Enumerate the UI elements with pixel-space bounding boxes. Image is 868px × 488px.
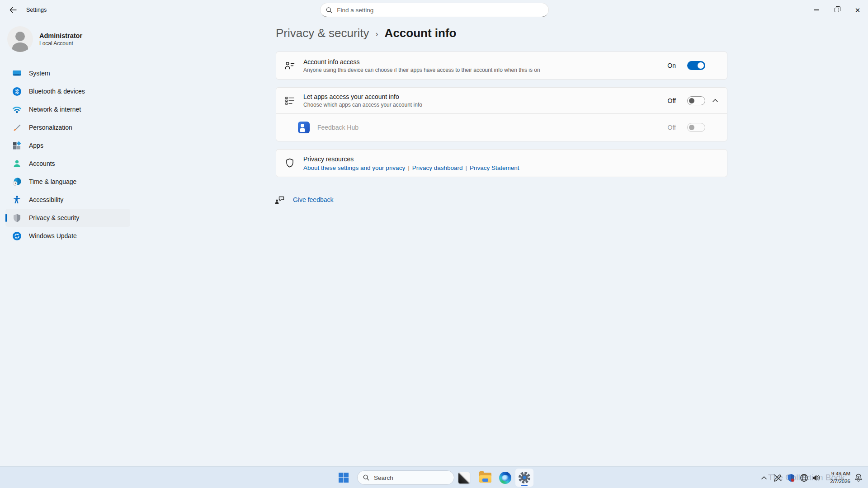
link-about-settings[interactable]: About these settings and your privacy: [303, 164, 405, 171]
close-button[interactable]: ✕: [847, 0, 868, 20]
setting-description: Anyone using this device can choose if t…: [303, 67, 667, 73]
restore-button[interactable]: [826, 0, 847, 20]
sidebar-item-label: Personalization: [29, 124, 72, 131]
bell-dnd-icon: [854, 473, 863, 482]
toggle-state-label: Off: [668, 97, 676, 104]
link-separator: |: [405, 164, 412, 171]
back-arrow-icon: [9, 7, 17, 13]
windows-update-icon: [12, 231, 22, 241]
personalization-icon: [12, 123, 22, 132]
sidebar-item-label: Time & language: [29, 178, 76, 185]
sidebar-item-bluetooth[interactable]: Bluetooth & devices: [5, 82, 130, 100]
start-button[interactable]: [335, 469, 353, 487]
chevron-up-icon: [761, 476, 767, 479]
accounts-icon: [12, 159, 22, 169]
sidebar-item-label: Bluetooth & devices: [29, 88, 85, 95]
feedback-hub-app-icon: [298, 122, 310, 133]
settings-cards: Account info access Anyone using this de…: [276, 52, 727, 177]
search-input[interactable]: [337, 7, 543, 14]
apps-icon: [12, 141, 22, 150]
minimize-button[interactable]: [806, 0, 826, 20]
back-button[interactable]: [5, 3, 21, 17]
privacy-resources-card: Privacy resources About these settings a…: [276, 149, 727, 177]
titlebar: Settings ✕: [0, 0, 868, 20]
taskbar: 9:49 AM 2/7/2026 The Collection Book: [0, 466, 868, 488]
user-name: Administrator: [39, 32, 82, 39]
let-apps-access-toggle[interactable]: [687, 96, 705, 105]
sidebar-item-accessibility[interactable]: Accessibility: [5, 191, 130, 209]
privacy-resources-row: Privacy resources About these settings a…: [276, 150, 727, 177]
give-feedback-label: Give feedback: [293, 196, 334, 203]
file-explorer-button[interactable]: [476, 469, 494, 487]
setting-description: Choose which apps can access your accoun…: [303, 102, 668, 108]
windows-logo-icon: [338, 472, 349, 483]
minimize-icon: [814, 9, 819, 10]
give-feedback-link[interactable]: Give feedback: [274, 195, 868, 205]
setting-title: Account info access: [303, 58, 667, 66]
taskbar-search-icon: [363, 474, 369, 481]
app-name: Feedback Hub: [317, 124, 668, 131]
system-icon: [12, 69, 22, 78]
avatar: [7, 26, 33, 52]
settings-gear-icon: [518, 471, 531, 484]
sidebar-item-network[interactable]: Network & internet: [5, 100, 130, 118]
link-privacy-statement[interactable]: Privacy Statement: [470, 164, 519, 171]
taskbar-app-button[interactable]: [455, 469, 473, 487]
user-account-type: Local Account: [39, 40, 82, 47]
let-apps-access-row[interactable]: Let apps access your account info Choose…: [276, 88, 727, 113]
account-info-access-toggle[interactable]: [687, 61, 705, 70]
bluetooth-icon: [12, 87, 22, 96]
taskbar-search[interactable]: [357, 470, 454, 485]
security-tray-button[interactable]: [785, 470, 797, 485]
file-explorer-icon: [479, 473, 491, 483]
find-setting-search[interactable]: [320, 3, 549, 17]
pen-disabled-button[interactable]: [771, 470, 784, 485]
network-tray-button[interactable]: [797, 470, 810, 485]
taskbar-clock[interactable]: 9:49 AM 2/7/2026: [830, 470, 850, 485]
sidebar-item-label: Network & internet: [29, 106, 81, 113]
breadcrumb-parent[interactable]: Privacy & security: [276, 26, 369, 40]
edge-icon: [499, 472, 511, 484]
account-access-icon: [284, 60, 295, 71]
restore-icon: [835, 8, 839, 12]
setting-title: Privacy resources: [303, 155, 725, 163]
notifications-button[interactable]: [852, 470, 865, 485]
collapse-expander[interactable]: [705, 88, 725, 113]
sidebar: Administrator Local Account System Bluet…: [0, 20, 136, 466]
user-account-card[interactable]: Administrator Local Account: [7, 26, 82, 52]
main-content: Privacy & security › Account info Accoun…: [276, 20, 868, 466]
chevron-up-icon: [712, 99, 718, 102]
sidebar-item-accounts[interactable]: Accounts: [5, 155, 130, 173]
link-separator: |: [462, 164, 470, 171]
wifi-icon: [12, 105, 22, 114]
accessibility-icon: [12, 195, 22, 205]
settings-app-button[interactable]: [515, 469, 533, 487]
page-title: Account info: [385, 26, 457, 40]
security-shield-icon: [787, 474, 795, 482]
pen-slash-icon: [773, 474, 782, 482]
sidebar-nav: System Bluetooth & devices Network & int…: [5, 64, 130, 245]
taskbar-search-input[interactable]: [374, 474, 448, 481]
sidebar-item-time-language[interactable]: Time & language: [5, 173, 130, 191]
tray-chevron-button[interactable]: [759, 470, 769, 485]
sidebar-item-windows-update[interactable]: Windows Update: [5, 227, 130, 245]
app-title: Settings: [26, 0, 47, 20]
search-icon: [326, 7, 332, 14]
edge-browser-button[interactable]: [496, 469, 514, 487]
toggle-state-label: On: [667, 62, 676, 69]
globe-icon: [800, 474, 808, 482]
sidebar-item-label: System: [29, 70, 50, 77]
sidebar-item-label: Privacy & security: [29, 214, 79, 221]
feedback-hub-toggle[interactable]: [687, 123, 705, 132]
shield-outline-icon: [284, 158, 295, 169]
link-privacy-dashboard[interactable]: Privacy dashboard: [412, 164, 463, 171]
sidebar-item-apps[interactable]: Apps: [5, 136, 130, 155]
volume-tray-button[interactable]: [810, 470, 822, 485]
sidebar-item-personalization[interactable]: Personalization: [5, 118, 130, 136]
sidebar-item-privacy-security[interactable]: Privacy & security: [5, 209, 130, 227]
sidebar-item-label: Accessibility: [29, 196, 63, 203]
sidebar-item-system[interactable]: System: [5, 64, 130, 82]
toggle-state-label: Off: [668, 124, 676, 131]
speaker-icon: [812, 474, 821, 482]
breadcrumb: Privacy & security › Account info: [276, 26, 868, 40]
